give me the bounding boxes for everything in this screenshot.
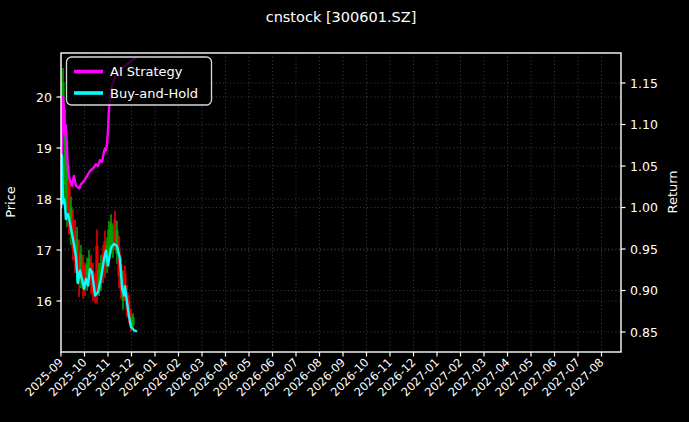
- y-right-tick-label: 0.85: [630, 325, 658, 340]
- strategy-vs-buyhold-chart: cnstock [300601.SZ] AI Strategy Buy-and-…: [0, 0, 689, 422]
- legend-label-ai-strategy: AI Strategy: [110, 64, 183, 79]
- y-left-tick-label: 19: [36, 141, 52, 156]
- y-right-tick-label: 1.00: [630, 200, 658, 215]
- y-left-tick-label: 20: [36, 90, 52, 105]
- legend-label-buy-and-hold: Buy-and-Hold: [110, 86, 198, 101]
- y-right-tick-label: 1.15: [630, 76, 658, 91]
- chart-title: cnstock [300601.SZ]: [266, 9, 417, 25]
- y-left-tick-label: 18: [36, 192, 52, 207]
- y-left-tick-label: 17: [36, 243, 52, 258]
- y-left-axis-title: Price: [3, 186, 18, 218]
- y-right-tick-label: 0.95: [630, 242, 658, 257]
- y-left-tick-label: 16: [36, 294, 52, 309]
- chart-window: cnstock [300601.SZ] AI Strategy Buy-and-…: [0, 0, 689, 422]
- legend: AI Strategy Buy-and-Hold: [67, 57, 212, 105]
- y-right-tick-label: 1.10: [630, 117, 658, 132]
- y-right-axis-title: Return: [665, 170, 680, 213]
- y-right-tick-label: 0.90: [630, 283, 658, 298]
- y-right-tick-label: 1.05: [630, 159, 658, 174]
